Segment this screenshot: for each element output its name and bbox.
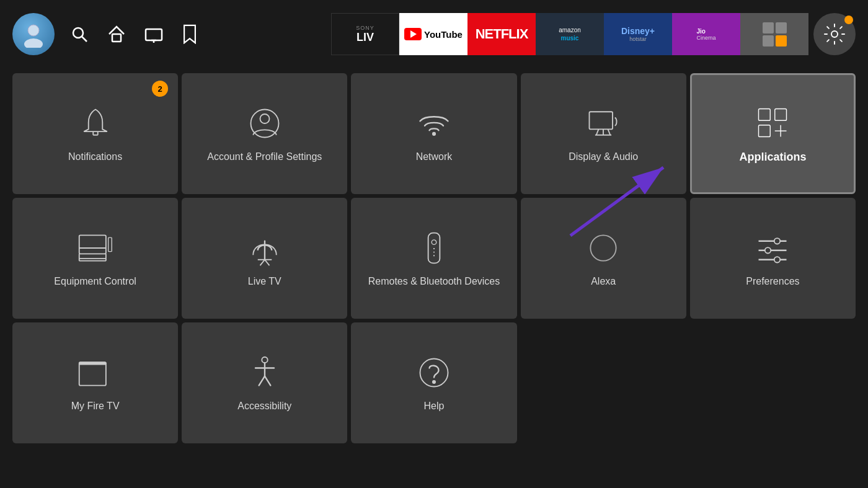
tile-notifications-label: Notifications <box>68 151 122 164</box>
svg-point-37 <box>432 240 436 245</box>
search-icon[interactable] <box>69 24 89 44</box>
tile-accessibility-label: Accessibility <box>237 400 291 413</box>
shortcut-netflix[interactable]: NETFLIX <box>467 13 536 55</box>
svg-line-54 <box>265 376 270 386</box>
svg-rect-22 <box>759 125 771 137</box>
svg-line-18 <box>608 129 611 135</box>
svg-rect-25 <box>79 235 105 254</box>
svg-point-47 <box>774 257 780 262</box>
tile-remotes[interactable]: Remotes & Bluetooth Devices <box>351 198 516 319</box>
shortcut-more[interactable] <box>740 13 808 55</box>
tile-applications[interactable]: Applications <box>690 73 856 194</box>
svg-point-50 <box>262 357 267 363</box>
shortcut-jiocinema[interactable]: Jio Cinema <box>672 13 740 55</box>
tile-display-audio-label: Display & Audio <box>569 151 638 164</box>
sliders-icon <box>753 228 792 268</box>
tile-applications-label: Applications <box>739 150 806 164</box>
grid-plus-icon <box>753 103 792 143</box>
monitor-speaker-icon <box>583 104 623 143</box>
remote-icon <box>414 228 454 268</box>
alexa-icon <box>583 228 623 268</box>
tile-livetv[interactable]: Live TV <box>182 198 347 319</box>
svg-point-2 <box>73 28 83 38</box>
youtube-label: YouTube <box>424 29 463 40</box>
wifi-icon <box>414 104 454 143</box>
svg-rect-27 <box>108 237 112 252</box>
svg-rect-4 <box>112 34 121 42</box>
svg-rect-5 <box>146 29 162 40</box>
svg-point-1 <box>24 38 43 48</box>
shortcut-sonyliv[interactable]: SONY LIV <box>331 13 399 55</box>
home-icon[interactable] <box>107 24 126 44</box>
app-shortcuts: SONY LIV YouTube NETFLIX amazon music Di… <box>331 13 856 55</box>
svg-point-41 <box>591 235 616 260</box>
help-circle-icon <box>414 353 454 393</box>
notification-badge: 2 <box>152 81 168 97</box>
tile-preferences[interactable]: Preferences <box>690 198 856 319</box>
svg-point-14 <box>433 133 436 136</box>
svg-rect-49 <box>79 362 105 386</box>
tv-icon[interactable] <box>144 24 164 44</box>
bell-icon <box>76 104 115 143</box>
tile-myfiretv-label: My Fire TV <box>71 400 120 413</box>
tile-alexa-label: Alexa <box>591 275 616 288</box>
settings-button[interactable] <box>813 13 856 55</box>
tile-display-audio[interactable]: Display & Audio <box>521 73 686 194</box>
tile-preferences-label: Preferences <box>746 275 799 288</box>
bookmark-icon[interactable] <box>181 24 198 44</box>
svg-line-16 <box>596 129 599 135</box>
firetv-icon <box>76 353 115 393</box>
tile-alexa[interactable]: Alexa <box>521 198 686 319</box>
user-circle-icon <box>245 104 285 143</box>
monitor-icon <box>76 228 115 268</box>
settings-notification-dot <box>844 16 853 24</box>
tile-livetv-label: Live TV <box>248 275 281 288</box>
tile-network-label: Network <box>416 151 453 164</box>
tile-notifications[interactable]: 2 Notifications <box>12 73 178 194</box>
svg-point-43 <box>774 238 780 244</box>
tile-myfiretv[interactable]: My Fire TV <box>12 322 178 443</box>
tile-help-label: Help <box>424 400 445 413</box>
settings-grid: 2 Notifications Account & Profile Settin… <box>0 68 868 451</box>
tile-equipment[interactable]: Equipment Control <box>12 198 178 319</box>
svg-line-53 <box>259 376 264 386</box>
svg-line-35 <box>265 260 270 265</box>
netflix-label: NETFLIX <box>476 26 528 42</box>
tile-network[interactable]: Network <box>351 73 516 194</box>
svg-point-0 <box>28 25 39 36</box>
tile-remotes-label: Remotes & Bluetooth Devices <box>368 275 500 288</box>
svg-line-34 <box>260 260 265 265</box>
avatar[interactable] <box>12 13 55 55</box>
tile-equipment-label: Equipment Control <box>54 275 136 288</box>
shortcut-youtube[interactable]: YouTube <box>399 13 467 55</box>
tile-help[interactable]: Help <box>351 322 516 443</box>
antenna-icon <box>245 228 285 268</box>
svg-line-3 <box>82 37 87 42</box>
tile-account-label: Account & Profile Settings <box>207 151 322 164</box>
accessibility-icon <box>245 353 285 393</box>
svg-point-8 <box>831 31 838 37</box>
svg-point-45 <box>765 247 771 253</box>
svg-point-56 <box>433 381 436 384</box>
tile-account[interactable]: Account & Profile Settings <box>182 73 347 194</box>
tile-accessibility[interactable]: Accessibility <box>182 322 347 443</box>
svg-rect-21 <box>775 109 787 120</box>
nav-icons <box>69 24 198 44</box>
svg-rect-15 <box>590 112 613 129</box>
top-nav: SONY LIV YouTube NETFLIX amazon music Di… <box>0 0 868 68</box>
svg-rect-20 <box>759 109 771 120</box>
shortcut-amazon[interactable]: amazon music <box>536 13 604 55</box>
shortcut-disney[interactable]: Disney+ hotstar <box>604 13 672 55</box>
svg-point-13 <box>260 114 269 123</box>
